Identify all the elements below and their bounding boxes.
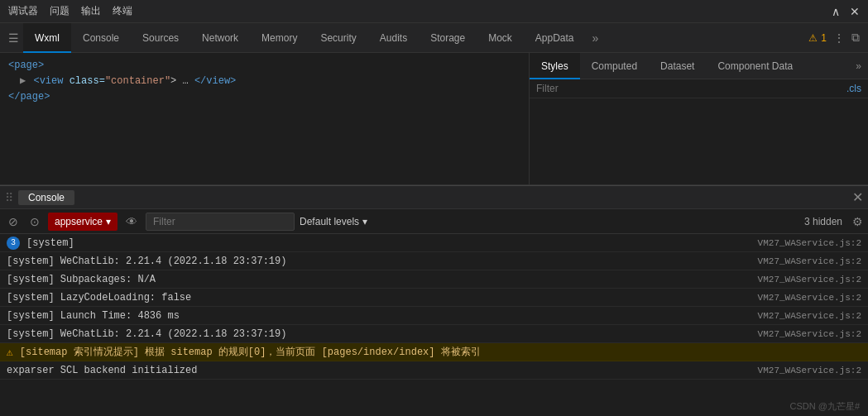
levels-arrow-icon: ▾ (362, 216, 367, 227)
tag-view-open: < (33, 75, 39, 87)
title-bar-left: 调试器 问题 输出 终端 (8, 4, 132, 18)
editor-line-1: <page> (8, 58, 520, 74)
console-toolbar: ⊘ ⊙ appservice ▾ 👁 Default levels ▾ 3 hi… (0, 209, 868, 234)
tab-wxml[interactable]: Wxml (23, 23, 71, 53)
styles-tabs: Styles Computed Dataset Component Data » (530, 53, 868, 79)
hidden-count: 3 hidden (804, 216, 842, 227)
dots-menu-icon[interactable]: ⋮ (833, 31, 845, 45)
console-gear-icon[interactable]: ⚙ (852, 215, 863, 228)
dock-icon[interactable]: ⧉ (851, 31, 860, 45)
log-text-warning: [sitemap 索引情况提示] 根据 sitemap 的规则[0]，当前页面 … (20, 345, 861, 359)
appservice-dropdown[interactable]: appservice ▾ (48, 213, 117, 231)
log-text: exparser SCL backend initialized (7, 365, 758, 376)
log-row: exparser SCL backend initialized VM27_WA… (0, 361, 868, 380)
log-count-badge: 3 (7, 237, 20, 250)
log-row-warning: ⚠ [sitemap 索引情况提示] 根据 sitemap 的规则[0]，当前页… (0, 343, 868, 361)
console-log-area: 3 [system] VM27_WAService.js:2 [system] … (0, 234, 868, 416)
console-clear-button[interactable]: ⊘ (5, 213, 22, 230)
console-section: ⠿ Console ✕ ⊘ ⊙ appservice ▾ 👁 Default l… (0, 185, 868, 416)
title-item-terminal[interactable]: 终端 (113, 4, 132, 18)
log-link[interactable]: VM27_WAService.js:2 (758, 238, 861, 248)
tab-bar: ☰ Wxml Console Sources Network Memory Se… (0, 23, 868, 53)
tab-memory[interactable]: Memory (250, 23, 309, 53)
title-bar-right: ∧ ✕ (832, 6, 860, 17)
appservice-label: appservice (55, 216, 103, 227)
expand-icon[interactable]: ☰ (3, 23, 23, 53)
styles-tab-component-data[interactable]: Component Data (706, 53, 804, 79)
collapse-button[interactable]: ∧ (832, 6, 840, 17)
warning-count: 1 (821, 32, 827, 44)
log-text: [system] WeChatLib: 2.21.4 (2022.1.18 23… (7, 256, 758, 267)
levels-label: Default levels (300, 216, 359, 227)
log-text: [system] WeChatLib: 2.21.4 (2022.1.18 23… (7, 328, 758, 340)
styles-filter-bar: .cls (530, 79, 868, 98)
close-button[interactable]: ✕ (850, 6, 860, 17)
title-item-output[interactable]: 输出 (81, 4, 101, 18)
log-link[interactable]: VM27_WAService.js:2 (758, 366, 861, 375)
log-link[interactable]: VM27_WAService.js:2 (758, 329, 861, 339)
tab-bar-actions: ⚠ 1 ⋮ ⧉ (802, 31, 865, 45)
log-row: [system] WeChatLib: 2.21.4 (2022.1.18 23… (0, 325, 868, 343)
tab-network[interactable]: Network (190, 23, 250, 53)
warning-badge: ⚠ 1 (808, 32, 827, 44)
styles-tab-dataset[interactable]: Dataset (649, 53, 706, 79)
editor-panel: <page> ▶ <view class="container"> … </vi… (0, 53, 530, 184)
console-header: ⠿ Console ✕ (0, 186, 868, 209)
warning-triangle-icon: ⚠ (808, 32, 818, 44)
tab-appdata[interactable]: AppData (524, 23, 586, 53)
eye-icon[interactable]: 👁 (122, 213, 141, 230)
styles-panel: Styles Computed Dataset Component Data »… (530, 53, 868, 184)
console-close-button[interactable]: ✕ (852, 189, 863, 205)
tag-page-open: <page> (8, 60, 44, 71)
log-link[interactable]: VM27_WAService.js:2 (758, 256, 861, 266)
title-item-debugger[interactable]: 调试器 (8, 4, 38, 18)
styles-tab-styles[interactable]: Styles (530, 53, 580, 79)
tab-security[interactable]: Security (309, 23, 367, 53)
tab-mock[interactable]: Mock (477, 23, 524, 53)
tag-page-close: </page> (8, 91, 50, 103)
log-row: [system] LazyCodeLoading: false VM27_WAS… (0, 289, 868, 307)
tab-bar-more-icon[interactable]: » (586, 31, 606, 45)
log-link[interactable]: VM27_WAService.js:2 (758, 293, 861, 303)
console-filter-input[interactable] (146, 213, 295, 231)
warning-icon: ⚠ (7, 346, 13, 359)
tab-storage[interactable]: Storage (419, 23, 477, 53)
tab-sources[interactable]: Sources (131, 23, 190, 53)
log-text: [system] Subpackages: N/A (7, 274, 758, 285)
editor-line-2: ▶ <view class="container"> … </view> (8, 74, 520, 89)
title-bar: 调试器 问题 输出 终端 ∧ ✕ (0, 0, 868, 23)
top-section: <page> ▶ <view class="container"> … </vi… (0, 53, 868, 185)
console-tab-label[interactable]: Console (18, 190, 74, 205)
log-row: [system] Launch Time: 4836 ms VM27_WASer… (0, 307, 868, 325)
log-text: [system] LazyCodeLoading: false (7, 292, 758, 304)
styles-tab-computed[interactable]: Computed (580, 53, 649, 79)
watermark: CSDN @九芒星# (789, 400, 860, 413)
console-levels-dropdown[interactable]: Default levels ▾ (300, 216, 367, 227)
styles-cls-button[interactable]: .cls (846, 83, 861, 94)
styles-filter-input[interactable] (536, 83, 846, 94)
log-link[interactable]: VM27_WAService.js:2 (758, 275, 861, 285)
tab-console[interactable]: Console (71, 23, 131, 53)
log-row: 3 [system] VM27_WAService.js:2 (0, 234, 868, 252)
log-link[interactable]: VM27_WAService.js:2 (758, 311, 861, 321)
editor-line-3: </page> (8, 89, 520, 105)
console-drag-handle[interactable]: ⠿ (5, 191, 13, 204)
styles-tab-more-icon[interactable]: » (849, 60, 868, 72)
dropdown-arrow-icon: ▾ (106, 216, 111, 227)
log-text: [system] (26, 237, 758, 249)
tab-audits[interactable]: Audits (368, 23, 419, 53)
log-row: [system] Subpackages: N/A VM27_WAService… (0, 270, 868, 289)
log-row: [system] WeChatLib: 2.21.4 (2022.1.18 23… (0, 252, 868, 270)
expand-arrow[interactable]: ▶ (20, 75, 26, 87)
title-item-issues[interactable]: 问题 (50, 4, 70, 18)
log-text: [system] Launch Time: 4836 ms (7, 310, 758, 322)
console-stop-button[interactable]: ⊙ (26, 213, 43, 230)
